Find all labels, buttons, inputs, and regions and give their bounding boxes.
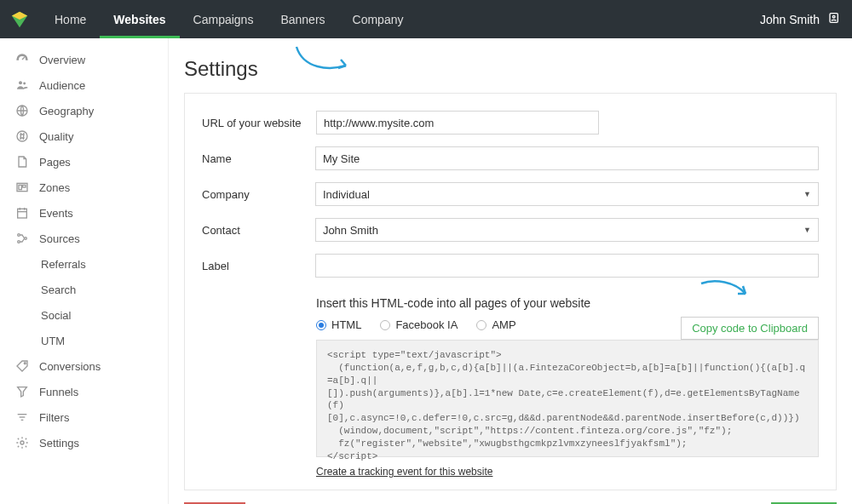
company-select-value: Individual: [323, 188, 370, 201]
svg-point-19: [24, 363, 26, 364]
nav-home[interactable]: Home: [41, 0, 100, 38]
radio-html[interactable]: HTML: [316, 318, 361, 331]
sidebar-item-events[interactable]: Events: [0, 200, 168, 226]
zones-icon: [15, 180, 29, 194]
top-bar: Home Websites Campaigns Banners Company …: [0, 0, 852, 38]
branches-icon: [15, 232, 29, 245]
code-format-radios: HTML Facebook IA AMP: [316, 318, 681, 331]
sidebar-item-search[interactable]: Search: [0, 277, 168, 302]
sidebar-item-referrals[interactable]: Referrals: [0, 251, 168, 277]
url-label: URL of your website: [202, 117, 316, 129]
sidebar-item-label: Geography: [39, 105, 94, 117]
chevron-down-icon: ▼: [803, 190, 811, 198]
user-menu[interactable]: John Smith: [760, 11, 842, 27]
radio-dot-icon: [476, 320, 486, 330]
sidebar-item-label: Overview: [39, 54, 85, 66]
svg-point-6: [23, 83, 26, 85]
nav-company[interactable]: Company: [339, 0, 417, 38]
svg-rect-10: [19, 185, 21, 189]
svg-point-23: [20, 441, 24, 444]
copy-code-button[interactable]: Copy code to Clipboard: [681, 317, 819, 340]
callout-arrow-icon: [699, 278, 751, 301]
svg-rect-12: [18, 209, 27, 218]
radio-dot-icon: [380, 320, 390, 330]
callout-arrow-icon: [295, 45, 354, 76]
sidebar-item-label: Social: [41, 309, 71, 322]
radio-amp[interactable]: AMP: [476, 318, 515, 331]
user-name: John Smith: [760, 13, 820, 26]
people-icon: [15, 78, 29, 92]
create-tracking-link[interactable]: Create a tracking event for this website: [316, 466, 492, 478]
sidebar-item-pages[interactable]: Pages: [0, 149, 168, 175]
sidebar-item-sources[interactable]: Sources: [0, 226, 168, 251]
radio-label: HTML: [331, 318, 361, 331]
calendar-icon: [15, 206, 29, 220]
svg-point-18: [25, 238, 27, 240]
app-logo-icon: [10, 10, 29, 29]
page-title: Settings: [184, 57, 852, 81]
sidebar-item-audience[interactable]: Audience: [0, 72, 168, 98]
svg-rect-11: [23, 185, 26, 187]
contact-select[interactable]: John Smith ▼: [315, 218, 819, 242]
user-icon: [828, 11, 842, 27]
chevron-down-icon: ▼: [803, 226, 811, 234]
filter-icon: [15, 410, 29, 424]
name-input[interactable]: [315, 146, 819, 170]
sidebar-item-label: Events: [39, 207, 73, 220]
sidebar-item-zones[interactable]: Zones: [0, 175, 168, 200]
top-nav: Home Websites Campaigns Banners Company: [41, 0, 417, 38]
sidebar-item-label: UTM: [41, 335, 65, 347]
nav-banners[interactable]: Banners: [267, 0, 338, 38]
sidebar-item-quality[interactable]: Quality: [0, 123, 168, 149]
globe-icon: [15, 104, 29, 117]
label-input[interactable]: [315, 254, 819, 278]
svg-line-4: [22, 57, 25, 60]
sidebar-item-label: Audience: [39, 79, 85, 92]
tag-icon: [15, 359, 29, 373]
sidebar-item-label: Pages: [39, 156, 71, 169]
url-input[interactable]: [316, 111, 599, 135]
gear-icon: [15, 436, 29, 450]
sidebar-item-social[interactable]: Social: [0, 302, 168, 328]
sidebar-item-label: Search: [41, 284, 76, 296]
hash-icon: [15, 129, 29, 143]
sidebar-item-label: Referrals: [41, 258, 86, 271]
radio-label: Facebook IA: [395, 318, 458, 331]
svg-point-3: [832, 15, 835, 18]
contact-select-value: John Smith: [323, 224, 378, 237]
page-icon: [15, 155, 29, 169]
sidebar-item-label: Sources: [39, 232, 80, 245]
sidebar-item-conversions[interactable]: Conversions: [0, 353, 168, 379]
nav-campaigns[interactable]: Campaigns: [180, 0, 268, 38]
sidebar-item-funnels[interactable]: Funnels: [0, 379, 168, 404]
contact-label: Contact: [202, 224, 315, 237]
name-label: Name: [202, 152, 315, 165]
svg-point-8: [17, 131, 27, 141]
radio-facebook[interactable]: Facebook IA: [380, 318, 458, 331]
funnel-icon: [15, 385, 29, 398]
svg-point-5: [19, 81, 22, 84]
company-select[interactable]: Individual ▼: [315, 182, 819, 206]
settings-panel: URL of your website Name Company Individ…: [184, 93, 837, 490]
sidebar-item-filters[interactable]: Filters: [0, 404, 168, 430]
sidebar-item-geography[interactable]: Geography: [0, 98, 168, 123]
label-field-label: Label: [202, 260, 315, 272]
svg-point-16: [18, 234, 20, 237]
sidebar-item-label: Funnels: [39, 386, 78, 398]
sidebar: Overview Audience Geography Quality Page…: [0, 38, 169, 504]
code-textarea[interactable]: <script type="text/javascript"> (functio…: [316, 340, 819, 457]
sidebar-item-label: Quality: [39, 130, 73, 143]
sidebar-item-label: Filters: [39, 411, 69, 424]
speedometer-icon: [15, 53, 29, 66]
radio-label: AMP: [492, 318, 515, 331]
sidebar-item-label: Conversions: [39, 360, 101, 373]
sidebar-item-label: Settings: [39, 437, 79, 450]
sidebar-item-label: Zones: [39, 181, 70, 194]
svg-point-17: [18, 241, 20, 243]
sidebar-item-settings[interactable]: Settings: [0, 430, 168, 455]
sidebar-item-overview[interactable]: Overview: [0, 47, 168, 72]
sidebar-item-utm[interactable]: UTM: [0, 328, 168, 353]
nav-websites[interactable]: Websites: [100, 0, 179, 38]
radio-dot-icon: [316, 320, 326, 330]
company-label: Company: [202, 188, 315, 201]
